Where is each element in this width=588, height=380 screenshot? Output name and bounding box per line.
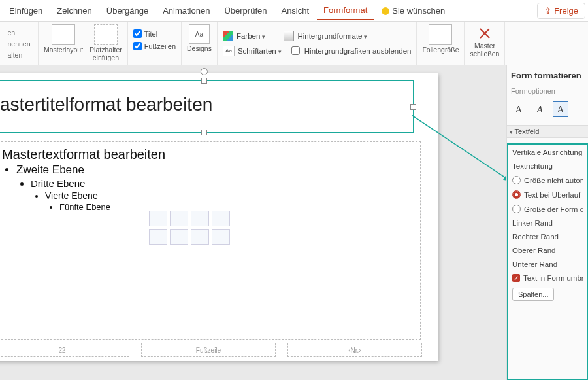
table-icon[interactable] — [149, 211, 167, 226]
close-master-label: Master schließen — [470, 43, 499, 58]
margin-right-label[interactable]: Rechter Rand — [512, 233, 583, 241]
body-level-4: Vierte Ebene Fünfte Ebene — [45, 190, 414, 212]
placeholder-insert-button[interactable]: Platzhalter einfügen — [90, 24, 122, 61]
master-slide: astertitelformat bearbeiten Mastertextfo… — [0, 73, 438, 361]
tab-formformat[interactable]: Formformat — [317, 1, 374, 20]
autofit-radio-none[interactable]: Größe nicht autom — [512, 176, 583, 184]
share-button[interactable]: ⇪ Freige — [537, 3, 585, 19]
masterlayout-label: Masterlayout — [44, 46, 83, 54]
cut-label-2: nennen — [7, 40, 30, 48]
lightbulb-icon — [382, 7, 389, 15]
tab-zeichnen[interactable]: Zeichnen — [50, 2, 98, 20]
pane-section-textfeld[interactable]: Textfeld — [507, 125, 588, 138]
bg-styles-icon — [284, 31, 294, 41]
footer-number[interactable]: ‹Nr.› — [287, 343, 422, 357]
online-picture-icon[interactable] — [170, 229, 188, 245]
tab-ansicht[interactable]: Ansicht — [274, 2, 316, 20]
share-icon: ⇪ — [544, 6, 551, 16]
title-checkbox[interactable]: Titel — [133, 29, 176, 38]
masterlayout-button[interactable]: Masterlayout — [44, 24, 83, 54]
margin-bottom-label[interactable]: Unterer Rand — [512, 260, 583, 268]
pane-tab-fill[interactable]: A — [511, 101, 527, 117]
slide-canvas[interactable]: astertitelformat bearbeiten Mastertextfo… — [0, 65, 506, 380]
resize-handle-right[interactable] — [410, 104, 416, 110]
icon-icon[interactable] — [212, 229, 230, 245]
body-level-1: Mastertextformat bearbeiten — [2, 147, 414, 162]
format-shape-pane: Form formatieren Formoptionen A A A Text… — [506, 65, 588, 380]
designs-icon: Aa — [189, 24, 210, 44]
close-master-button[interactable]: Master schließen — [470, 24, 499, 58]
share-label: Freige — [554, 6, 578, 16]
slide-size-label: Foliengröße — [422, 46, 459, 54]
tab-einfuegen[interactable]: Einfügen — [3, 2, 49, 20]
tell-me-label: Sie wünschen — [392, 6, 445, 16]
bg-styles-dropdown[interactable]: Hintergrundformate — [297, 32, 367, 40]
slide-size-icon — [429, 24, 452, 45]
tab-ueberpruefen[interactable]: Überprüfen — [218, 2, 273, 20]
pane-tab-textbox[interactable]: A — [553, 101, 568, 117]
content-placeholder-icons — [149, 211, 230, 245]
pane-body-highlight: Vertikale Ausrichtung Textrichtung Größe… — [507, 143, 588, 380]
masterlayout-icon — [52, 24, 75, 45]
columns-button[interactable]: Spalten... — [512, 288, 554, 301]
pane-tab-effects[interactable]: A — [532, 101, 547, 117]
cut-label-3: alten — [7, 51, 30, 59]
text-direction-label[interactable]: Textrichtung — [512, 162, 583, 170]
picture-icon[interactable] — [149, 229, 167, 245]
title-text[interactable]: astertitelformat bearbeiten — [0, 81, 413, 115]
rotate-handle[interactable] — [201, 68, 208, 75]
designs-label: Designs — [187, 45, 212, 53]
vertical-align-label[interactable]: Vertikale Ausrichtung — [512, 148, 583, 156]
body-level-5: Fünfte Ebene — [59, 202, 414, 212]
close-icon — [476, 24, 493, 41]
footer-date[interactable]: 22 — [0, 343, 129, 357]
autofit-radio-resize[interactable]: Größe der Form de — [512, 205, 583, 213]
autofit-radio-shrink[interactable]: Text bei Überlauf v — [512, 190, 583, 199]
margin-left-label[interactable]: Linker Rand — [512, 219, 583, 227]
tab-tell-me[interactable]: Sie wünschen — [375, 2, 451, 20]
ribbon: en nennen alten Masterlayout Platzhalter… — [0, 22, 588, 67]
body-level-3: Dritte Ebene Vierte Ebene Fünfte Ebene — [31, 178, 414, 212]
cut-label-1: en — [7, 29, 30, 37]
title-placeholder[interactable]: astertitelformat bearbeiten — [0, 80, 414, 133]
tab-uebergaenge[interactable]: Übergänge — [100, 2, 155, 20]
tab-bar: Einfügen Zeichnen Übergänge Animationen … — [0, 0, 588, 22]
smartart-icon[interactable] — [191, 211, 209, 226]
tab-animationen[interactable]: Animationen — [156, 2, 216, 20]
placeholder-icon — [94, 24, 118, 45]
3d-icon[interactable] — [212, 211, 230, 226]
colors-icon — [223, 31, 233, 41]
colors-dropdown[interactable]: Farben — [237, 32, 265, 40]
video-icon[interactable] — [191, 229, 209, 245]
designs-button[interactable]: Aa Designs — [187, 24, 212, 53]
footers-checkbox[interactable]: Fußzeilen — [133, 42, 176, 50]
resize-handle-bottom[interactable] — [201, 130, 207, 135]
slide-size-button[interactable]: Foliengröße — [422, 24, 459, 54]
hide-bg-graphics-checkbox[interactable]: Hintergrundgrafiken ausblenden — [289, 44, 412, 57]
wrap-text-checkbox[interactable]: ✓Text in Form umbr — [512, 274, 583, 282]
resize-handle-top[interactable] — [201, 78, 207, 84]
pane-title: Form formatieren — [511, 71, 584, 80]
footer-center[interactable]: Fußzeile — [141, 343, 276, 357]
workarea: astertitelformat bearbeiten Mastertextfo… — [0, 65, 588, 380]
fonts-dropdown[interactable]: Schriftarten — [238, 47, 282, 55]
placeholder-label: Platzhalter einfügen — [90, 46, 122, 61]
pane-subtitle[interactable]: Formoptionen — [511, 87, 584, 95]
body-level-2: Zweite Ebene Dritte Ebene Vierte Ebene F… — [16, 164, 414, 212]
chart-icon[interactable] — [170, 211, 188, 226]
fonts-icon: Aa — [223, 46, 235, 56]
margin-top-label[interactable]: Oberer Rand — [512, 247, 583, 254]
